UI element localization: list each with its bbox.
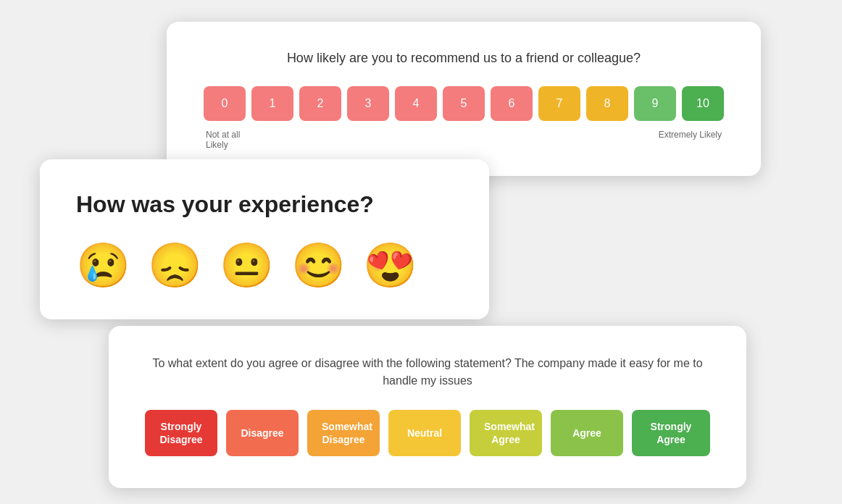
nps-btn-10[interactable]: 10	[682, 86, 724, 121]
emoji-card: How was your experience? 😢😞😐😊😍	[40, 159, 489, 319]
nps-btn-9[interactable]: 9	[634, 86, 676, 121]
emoji-question: How was your experience?	[76, 191, 453, 218]
emoji-item-2[interactable]: 😐	[220, 244, 274, 287]
nps-question: How likely are you to recommend us to a …	[203, 51, 725, 66]
nps-btn-0[interactable]: 0	[204, 86, 246, 121]
agree-buttons-row: Strongly DisagreeDisagreeSomewhat Disagr…	[145, 410, 710, 456]
emoji-item-0[interactable]: 😢	[76, 244, 130, 287]
nps-label-right: Extremely Likely	[659, 130, 722, 150]
agree-btn-1[interactable]: Disagree	[226, 410, 299, 456]
agree-btn-3[interactable]: Neutral	[388, 410, 461, 456]
nps-btn-6[interactable]: 6	[491, 86, 533, 121]
emoji-item-4[interactable]: 😍	[363, 244, 417, 287]
nps-buttons-row: 012345678910	[203, 86, 725, 121]
agree-btn-5[interactable]: Agree	[551, 410, 623, 456]
agree-btn-2[interactable]: Somewhat Disagree	[307, 410, 380, 456]
nps-btn-1[interactable]: 1	[251, 86, 293, 121]
nps-btn-2[interactable]: 2	[299, 86, 341, 121]
agree-card: To what extent do you agree or disagree …	[109, 326, 746, 488]
emoji-item-1[interactable]: 😞	[148, 244, 202, 287]
agree-btn-0[interactable]: Strongly Disagree	[145, 410, 217, 456]
agree-btn-6[interactable]: Strongly Agree	[632, 410, 710, 456]
nps-btn-7[interactable]: 7	[538, 86, 580, 121]
nps-labels: Not at all Likely Extremely Likely	[203, 130, 725, 150]
emoji-item-3[interactable]: 😊	[291, 244, 346, 287]
agree-btn-4[interactable]: Somewhat Agree	[470, 410, 542, 456]
nps-btn-4[interactable]: 4	[395, 86, 437, 121]
nps-card: How likely are you to recommend us to a …	[167, 22, 761, 176]
emoji-row: 😢😞😐😊😍	[76, 244, 453, 287]
nps-btn-8[interactable]: 8	[586, 86, 628, 121]
nps-btn-5[interactable]: 5	[443, 86, 485, 121]
nps-btn-3[interactable]: 3	[347, 86, 389, 121]
agree-question: To what extent do you agree or disagree …	[145, 355, 710, 390]
nps-label-left: Not at all Likely	[206, 130, 240, 150]
